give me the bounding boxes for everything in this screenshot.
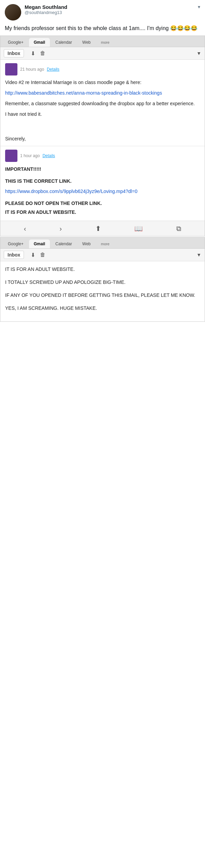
tab2-web[interactable]: Web (78, 239, 95, 248)
email-2-dropbox-link[interactable]: https://www.dropbox.com/s/9pplvb624j3yz9… (5, 188, 200, 195)
username: @southlandmeg13 (25, 10, 198, 15)
avatar (5, 4, 21, 20)
inbox-dropdown-icon-2[interactable]: ▼ (196, 252, 201, 258)
tab-web[interactable]: Web (78, 38, 95, 47)
inbox-label-2[interactable]: Inbox (4, 251, 24, 259)
email-2-correct-link-label: THIS IS THE CORRECT LINK. (5, 177, 200, 185)
email-1-para1: Video #2 re Interracial Marriage is on c… (5, 79, 200, 86)
email-3-line3: IF ANY OF YOU OPENED IT BEFORE GETTING T… (5, 291, 200, 300)
download-icon-1[interactable]: ⬇ (31, 50, 35, 57)
email-3-line2: I TOTALLY SCREWED UP AND APOLOGIZE BIG-T… (5, 278, 200, 287)
inbox-dropdown-icon-1[interactable]: ▼ (196, 51, 201, 56)
email-1-para3: I have not tried it. (5, 111, 200, 118)
email-1-meta: 21 hours ago Details (5, 63, 200, 75)
inbox-label-1[interactable]: Inbox (4, 49, 24, 57)
email-2-warning2: IT IS FOR AN ADULT WEBSITE. (5, 208, 200, 216)
download-icon-2[interactable]: ⬇ (31, 252, 35, 258)
email-2-details-link[interactable]: Details (42, 153, 55, 159)
email-2-meta: 1 hour ago Details (5, 150, 200, 162)
inbox-icons-2: ⬇ 🗑 (31, 252, 45, 258)
email-3-section: IT IS FOR AN ADULT WEBSITE. I TOTALLY SC… (0, 261, 205, 321)
inbox-bar-2: Inbox ⬇ 🗑 ▼ (0, 249, 205, 261)
browser-tabs-2: Google+ Gmail Calendar Web more (0, 237, 205, 248)
tabs-icon[interactable]: ⧉ (176, 225, 181, 233)
email-2-important: IMPORTANT!!!!! (5, 165, 200, 173)
browser-chrome-1: Google+ Gmail Calendar Web more (0, 36, 205, 47)
display-name: Megan Southland (25, 4, 198, 10)
email-1-time: 21 hours ago (20, 66, 44, 72)
email-1-details-link[interactable]: Details (47, 66, 59, 72)
screenshot-2: Google+ Gmail Calendar Web more Inbox ⬇ … (0, 237, 205, 321)
email-2-time: 1 hour ago (20, 153, 40, 159)
share-icon[interactable]: ⬆ (95, 224, 101, 233)
email-2-warning1: PLEASE DO NOT OPEN THE OTHER LINK. (5, 199, 200, 207)
email-2-section: 1 hour ago Details IMPORTANT!!!!! THIS I… (0, 146, 205, 221)
tab-calendar[interactable]: Calendar (51, 38, 77, 47)
email-3-line4: YES, I AM SCREAMING. HUGE MISTAKE. (5, 304, 200, 313)
chevron-down-icon[interactable]: ▾ (198, 4, 200, 10)
screenshot-1: Google+ Gmail Calendar Web more Inbox ⬇ … (0, 36, 205, 236)
email-1-link-anchor[interactable]: http://www.babesandbitches.net/anna-morn… (5, 90, 162, 96)
sender-avatar-2 (5, 150, 17, 162)
browser-tabs-1: Google+ Gmail Calendar Web more (0, 36, 205, 47)
tab2-google-plus[interactable]: Google+ (3, 239, 28, 248)
inbox-bar-1: Inbox ⬇ 🗑 ▼ (0, 47, 205, 60)
email-1-link[interactable]: http://www.babesandbitches.net/anna-morn… (5, 89, 200, 97)
tab-google-plus[interactable]: Google+ (3, 38, 28, 47)
user-info: Megan Southland @southlandmeg13 (25, 4, 198, 15)
inbox-icons-1: ⬇ 🗑 (31, 50, 45, 57)
bookmark-icon[interactable]: 📖 (134, 224, 143, 233)
sender-avatar-1 (5, 63, 17, 75)
tab2-gmail[interactable]: Gmail (29, 239, 50, 248)
trash-icon-1[interactable]: 🗑 (40, 50, 45, 57)
browser-chrome-2: Google+ Gmail Calendar Web more (0, 237, 205, 249)
forward-icon[interactable]: › (59, 225, 62, 233)
trash-icon-2[interactable]: 🗑 (40, 252, 45, 258)
tab2-calendar[interactable]: Calendar (51, 239, 77, 248)
tab-gmail[interactable]: Gmail (29, 38, 50, 47)
tweet-header: Megan Southland @southlandmeg13 ▾ (0, 0, 205, 23)
tab-more[interactable]: more (96, 38, 114, 46)
back-icon[interactable]: ‹ (24, 225, 26, 233)
email-3-line1: IT IS FOR AN ADULT WEBSITE. (5, 265, 200, 274)
tweet-text: My friends professor sent this to the wh… (0, 23, 205, 36)
tab2-more[interactable]: more (96, 240, 114, 248)
browser-nav-1: ‹ › ⬆ 📖 ⧉ (0, 221, 205, 236)
email-1-body: 21 hours ago Details Video #2 re Interra… (0, 60, 205, 146)
email-1-para2: Remember, a classmate suggested download… (5, 100, 200, 107)
email-1-closing: Sincerely, (5, 135, 200, 142)
